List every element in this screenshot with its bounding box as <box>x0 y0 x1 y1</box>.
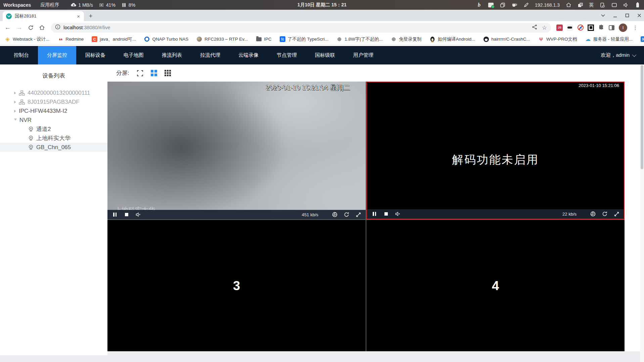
single-screen-icon[interactable] <box>137 70 143 77</box>
split-3x3-icon[interactable] <box>165 70 171 76</box>
tree-caret-icon[interactable] <box>14 101 16 103</box>
tree-channel-2[interactable]: 上地科实大华 <box>0 134 107 143</box>
tree-node-device1[interactable]: 44020000013200000111 <box>0 88 107 97</box>
nav-item-map[interactable]: 电子地图 <box>114 46 153 64</box>
pause-button[interactable] <box>372 211 377 217</box>
bing-icon[interactable]: b <box>476 2 482 8</box>
bookmark-qnap[interactable]: QNAP Turbo NAS <box>144 36 188 42</box>
applications-menu[interactable]: 应用程序 <box>40 2 59 8</box>
bookmark-zhihu[interactable]: 知了不起的 TypeScri... <box>280 36 329 42</box>
home-icon[interactable] <box>565 2 571 8</box>
tree-caret-icon[interactable] <box>14 110 16 112</box>
nav-item-pull-proxy[interactable]: 拉流代理 <box>191 46 229 64</box>
user-menu[interactable]: 欢迎，admin <box>601 46 644 64</box>
nav-item-gb-devices[interactable]: 国标设备 <box>76 46 114 64</box>
bookmark-webstack[interactable]: Webstack - 设计... <box>5 36 49 42</box>
extension-blocker-icon[interactable] <box>577 25 584 31</box>
nav-item-split-monitor[interactable]: 分屏监控 <box>38 46 76 64</box>
back-button[interactable]: ← <box>3 22 13 33</box>
coffee-icon[interactable] <box>511 2 517 8</box>
nav-item-push-list[interactable]: 推流列表 <box>153 46 191 64</box>
layers-icon[interactable] <box>577 2 583 8</box>
browser-menu-icon[interactable]: ⋮ <box>631 25 639 31</box>
new-tab-button[interactable]: + <box>86 11 95 21</box>
refresh-button[interactable] <box>602 211 607 217</box>
pause-button[interactable] <box>112 212 118 217</box>
reload-button[interactable] <box>26 22 36 33</box>
split-2x2-icon[interactable] <box>151 70 157 76</box>
extension-mask-icon[interactable] <box>567 25 573 31</box>
mute-icon[interactable] <box>136 212 141 217</box>
site-info-icon[interactable] <box>55 24 60 31</box>
address-bar[interactable]: localhost:38080/#/live ☆ <box>51 23 551 33</box>
tree-channel-1[interactable]: 通道2 <box>0 125 107 134</box>
tree-channel-3-selected[interactable]: GB_Chn_065 <box>0 143 107 152</box>
memory-icon <box>121 2 127 8</box>
scrollbar-thumb[interactable] <box>641 65 643 169</box>
window-close-button[interactable] <box>637 13 641 17</box>
video-cell-2-selected[interactable]: 2023-01-10 15:21:06 解码功能未启用 22 kb/s <box>366 82 625 219</box>
bookmark-android[interactable]: 如何编译Android... <box>430 36 475 42</box>
video-cell-4[interactable]: 4 <box>366 220 625 351</box>
side-panel-icon[interactable] <box>608 25 615 31</box>
snapshot-button[interactable] <box>332 212 337 217</box>
bookmark-star-icon[interactable]: ☆ <box>542 24 547 31</box>
bookmark-csdn[interactable]: Cjava、android可... <box>92 36 136 42</box>
home-button[interactable] <box>37 22 47 33</box>
display-icon[interactable] <box>611 2 617 8</box>
battery-icon[interactable] <box>635 2 641 8</box>
window-restore-button[interactable] <box>625 13 629 17</box>
nav-item-gb-cascade[interactable]: 国标级联 <box>306 46 344 64</box>
copy-icon[interactable] <box>500 2 506 8</box>
video-cell-3[interactable]: 3 <box>107 220 366 351</box>
tab-search-chevron-icon[interactable] <box>601 14 605 17</box>
bookmark-wvp[interactable]: WVP-PRO文档 <box>538 36 577 42</box>
tree-node-nvr[interactable]: NVR <box>0 116 107 125</box>
video-cell-1[interactable]: 2023-01-10 15:21:04 星期二 上地科实大华 451 kb/s <box>107 82 366 219</box>
bookmark-typescript[interactable]: 1.8W字|了不起的... <box>336 36 383 42</box>
main-area: 分屏: 2023-01-10 15:21:04 星期二 上地科实大华 <box>107 64 644 351</box>
extension-square-icon[interactable] <box>588 25 594 31</box>
window-minimize-button[interactable] <box>613 13 617 17</box>
volume-icon[interactable] <box>623 2 629 8</box>
bookmark-hdatmos[interactable]: NHDAtmos :: 种子 *... <box>641 36 644 42</box>
tab-title: 国标28181 <box>15 13 73 19</box>
refresh-button[interactable] <box>344 212 349 217</box>
bookmark-rfc2833[interactable]: RFC2833 – RTP Ev... <box>196 36 248 42</box>
bookmark-ipc[interactable]: IPC <box>256 36 272 42</box>
bookmark-tencent-cloud[interactable]: 服务器 - 轻量应用... <box>585 36 633 42</box>
page-scrollbar[interactable] <box>640 64 644 362</box>
extensions-puzzle-icon[interactable] <box>598 25 604 31</box>
nav-item-cloud-record[interactable]: 云端录像 <box>229 46 268 64</box>
pen-tool-icon[interactable] <box>523 2 529 8</box>
device-icon[interactable] <box>599 2 605 8</box>
stop-button[interactable] <box>124 212 129 217</box>
tree-caret-icon[interactable] <box>14 92 16 94</box>
forward-button[interactable]: → <box>14 22 24 33</box>
tab-close-icon[interactable]: × <box>76 13 81 19</box>
nav-item-console[interactable]: 控制台 <box>5 46 38 64</box>
tree-caret-open-icon[interactable] <box>14 119 17 122</box>
nav-item-node-manage[interactable]: 节点管理 <box>268 46 306 64</box>
nav-item-user-manage[interactable]: 用户管理 <box>344 46 382 64</box>
tree-node-device2[interactable]: 8J01915PAGB3ADF <box>0 97 107 106</box>
share-icon[interactable] <box>532 24 537 31</box>
workspaces-button[interactable]: Workspaces <box>3 2 31 8</box>
fullscreen-button[interactable] <box>356 212 361 217</box>
bookmark-github[interactable]: hairrrrr/C-CrashC... <box>483 36 530 42</box>
mute-icon[interactable] <box>395 211 401 217</box>
gallery-status-icon[interactable] <box>488 2 494 8</box>
extension-js-icon[interactable]: JS <box>556 25 563 31</box>
ip-address[interactable]: 192.168.1.3 <box>535 2 560 8</box>
bookmark-copy[interactable]: 免登录复制 <box>391 36 422 42</box>
tux-icon <box>430 36 435 42</box>
stop-button[interactable] <box>383 211 389 217</box>
input-method-indicator[interactable]: 英 <box>589 2 594 8</box>
tree-node-ipc[interactable]: IPC-HFW4433M-I2 <box>0 106 107 116</box>
profile-avatar[interactable]: I <box>619 24 627 32</box>
fullscreen-button[interactable] <box>614 211 619 217</box>
browser-tab[interactable]: 国标28181 × <box>3 11 84 21</box>
snapshot-button[interactable] <box>590 211 596 217</box>
live-video-stream <box>107 82 366 219</box>
bookmark-redmine[interactable]: Redmine <box>57 36 84 42</box>
